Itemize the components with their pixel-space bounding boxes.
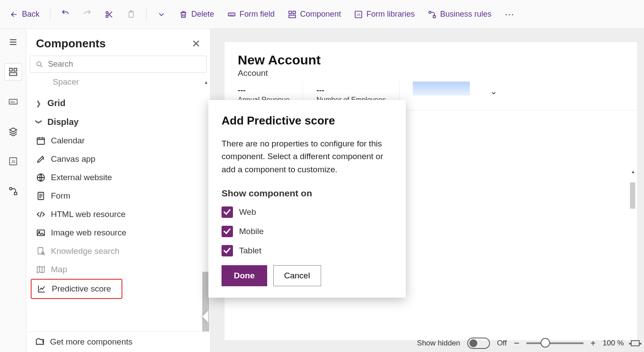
zoom-in-button[interactable]: + (590, 338, 596, 348)
tree-group-grid[interactable]: ❯Grid (31, 94, 210, 113)
form-field-icon: Abc (227, 10, 236, 19)
checkbox-tablet[interactable]: Tablet (222, 245, 393, 256)
tree-item-image[interactable]: Image web resource (31, 224, 210, 242)
checkbox-web[interactable]: Web (222, 206, 393, 218)
rail-layers[interactable] (4, 123, 22, 140)
chevron-down-icon (157, 10, 166, 19)
paste-button[interactable] (122, 7, 141, 22)
chart-icon (37, 284, 47, 294)
rail-js[interactable]: JS (4, 153, 22, 170)
grid-icon (8, 67, 18, 77)
expand-chevron[interactable]: ⌄ (483, 82, 504, 110)
scroll-up-icon[interactable]: ▲ (631, 169, 635, 174)
svg-rect-14 (14, 68, 16, 71)
svg-rect-8 (289, 15, 296, 18)
form-field-button[interactable]: Abc Form field (222, 6, 280, 22)
svg-point-1 (106, 15, 108, 17)
back-button[interactable]: Back (4, 6, 45, 22)
show-hidden-toggle[interactable] (467, 338, 490, 349)
components-panel: Components ✕ ▲ Spacer ❯Grid ❯Display Cal… (26, 29, 211, 352)
calendar-icon (36, 136, 46, 146)
slider-thumb[interactable] (540, 338, 550, 348)
add-predictive-score-dialog: Add Predictive score There are no proper… (208, 100, 406, 298)
form-field-label: Form field (240, 10, 275, 19)
business-rules-button[interactable]: Business rules (422, 6, 497, 22)
toggle-state: Off (497, 339, 507, 348)
dialog-pointer (202, 310, 208, 323)
zoom-level: 100 % (603, 339, 624, 348)
tree-item-predictive-score[interactable]: Predictive score (31, 279, 122, 299)
toolbar: Back Delete Abc Form field Component JS … (0, 0, 644, 29)
redo-button[interactable] (78, 7, 97, 22)
dialog-title: Add Predictive score (222, 114, 393, 128)
selected-field[interactable] (413, 82, 470, 96)
search-input[interactable] (48, 60, 201, 69)
dialog-section-title: Show component on (222, 188, 393, 199)
done-button[interactable]: Done (222, 265, 267, 286)
abc-icon: Abc (8, 97, 18, 107)
image-icon (36, 228, 46, 238)
tree-item-canvas-app[interactable]: Canvas app (31, 150, 210, 168)
delete-icon (179, 10, 188, 19)
svg-point-11 (429, 11, 431, 13)
tree-item-knowledge[interactable]: Knowledge search (31, 242, 210, 260)
form-icon (36, 191, 46, 201)
zoom-slider[interactable] (526, 342, 583, 344)
rail-menu[interactable] (4, 33, 22, 51)
flow-icon (428, 10, 436, 19)
search-icon (36, 60, 43, 69)
pencil-icon (36, 154, 46, 164)
delete-button[interactable]: Delete (174, 6, 219, 22)
component-button[interactable]: Component (283, 6, 346, 22)
scissors-icon (105, 10, 114, 19)
status-bar: Show hidden Off − + 100 % (211, 334, 644, 352)
clipboard-icon (127, 10, 136, 19)
fit-screen-icon[interactable] (631, 340, 640, 346)
rail-components[interactable] (4, 63, 22, 81)
svg-point-0 (106, 11, 108, 14)
dialog-description: There are no properties to configure for… (222, 137, 393, 176)
hamburger-icon (8, 37, 18, 47)
components-tree[interactable]: ▲ Spacer ❯Grid ❯Display Calendar Canvas … (26, 77, 210, 331)
dropdown-button[interactable] (152, 7, 171, 22)
form-libraries-button[interactable]: JS Form libraries (349, 6, 420, 22)
rail-abc[interactable]: Abc (4, 93, 22, 110)
tree-item-html[interactable]: HTML web resource (31, 205, 210, 224)
checkbox-mobile[interactable]: Mobile (222, 226, 393, 237)
tree-group-display[interactable]: ❯Display (31, 113, 210, 132)
tree-item-calendar[interactable]: Calendar (31, 132, 210, 150)
tree-item-spacer[interactable]: Spacer (31, 77, 210, 91)
form-subtitle: Account (238, 68, 624, 78)
field-value: --- (238, 86, 290, 95)
tree-item-form[interactable]: Form (31, 187, 210, 205)
svg-rect-7 (293, 11, 296, 14)
form-libraries-label: Form libraries (366, 10, 415, 19)
svg-rect-21 (14, 192, 17, 195)
separator (50, 8, 50, 21)
svg-rect-12 (433, 15, 436, 18)
folder-arrow-icon (35, 337, 45, 347)
svg-text:JS: JS (11, 160, 15, 164)
svg-text:Abc: Abc (229, 13, 234, 16)
get-more-components[interactable]: Get more components (26, 331, 210, 352)
svg-rect-23 (37, 138, 45, 145)
component-label: Component (300, 10, 341, 19)
show-hidden-label: Show hidden (417, 339, 460, 348)
tree-item-map[interactable]: Map (31, 260, 210, 279)
layers-icon (8, 127, 18, 136)
chevron-down-icon: ❯ (36, 119, 43, 125)
tree-item-external-website[interactable]: External website (31, 168, 210, 187)
rail-flow[interactable] (4, 182, 22, 200)
zoom-out-button[interactable]: − (514, 338, 519, 349)
form-scrollbar[interactable] (630, 182, 635, 209)
close-panel-button[interactable]: ✕ (192, 38, 200, 50)
flow-rail-icon (8, 186, 18, 196)
cut-button[interactable] (100, 7, 119, 22)
field-value: --- (316, 86, 386, 95)
cancel-button[interactable]: Cancel (273, 265, 321, 286)
more-button[interactable]: ⋯ (499, 9, 519, 20)
search-box[interactable] (30, 56, 207, 73)
undo-button[interactable] (56, 7, 75, 22)
map-icon (36, 265, 46, 274)
separator (146, 8, 147, 21)
